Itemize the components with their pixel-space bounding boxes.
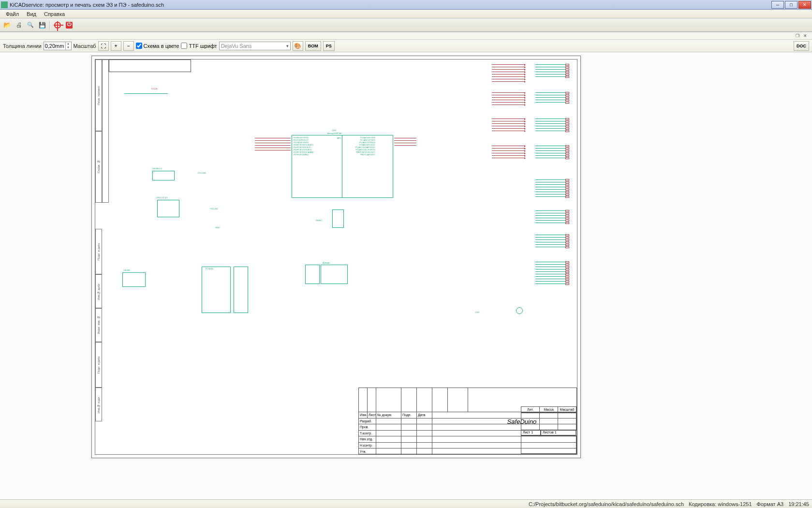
sidebox-perv-primen: Перв. примен. (95, 60, 102, 131)
connector-xp12 (535, 261, 569, 285)
scale-label: Масштаб (74, 43, 96, 49)
regulator1-value: LM7805CV (152, 167, 162, 170)
sidebox-inv-podl: Инв.№ подл. (95, 388, 102, 421)
ft232-value: FT232RL (206, 268, 214, 270)
connector-xp2 (535, 63, 569, 78)
color-scheme-label: Схема в цвете (144, 43, 179, 49)
mdi-frame-controls: ❐ ✕ (0, 32, 812, 40)
sidebox-inv-dubl: Инв.№ дубл. (95, 274, 102, 308)
zoom-in-button[interactable] (111, 41, 121, 51)
line-thickness-label: Толщина линии (3, 43, 42, 49)
mpu-right-pins: PC0/ADC0/PCINT8PC1/ADC1/PCINT9PC2/ADC2/P… (355, 137, 375, 156)
transistor-symbol (516, 307, 523, 314)
print-button[interactable] (14, 20, 24, 30)
folder-open-icon (3, 21, 11, 29)
mdi-close-button[interactable]: ✕ (803, 33, 809, 39)
connector-xp1 (492, 63, 526, 83)
toolbar-separator (49, 20, 50, 30)
reset-block (332, 209, 344, 228)
net-label: VCCUSB (198, 172, 206, 174)
net-label: GND (215, 226, 220, 229)
mdi-restore-button[interactable]: ❐ (796, 33, 801, 39)
window-title: KiCADservice: просмотр и печать схем Э3 … (10, 2, 771, 8)
color-scheme-checkbox[interactable]: Схема в цвете (136, 43, 179, 49)
zoom-out-button[interactable] (123, 41, 134, 51)
ic-adm485-aux (305, 265, 320, 284)
schematic-canvas[interactable]: Перв. примен. Справ. № Подп. и дата Инв.… (0, 52, 812, 499)
corner-box (109, 60, 191, 72)
regulator2-value: LM1117T-3.3 (156, 196, 168, 199)
floppy-icon (39, 22, 46, 29)
spin-up-icon[interactable]: ▲ (65, 42, 71, 46)
sidebox-vzam-inv: Взам. инв. № (95, 308, 102, 342)
doc-button[interactable]: DOC (794, 41, 809, 51)
main-toolbar (0, 18, 812, 32)
connector-xp10 (535, 209, 569, 224)
zoom-in-icon (115, 44, 117, 48)
color-scheme-input[interactable] (136, 43, 142, 49)
printer-icon (16, 21, 22, 29)
ic-adm485 (321, 265, 348, 284)
connector-xp7 (492, 145, 526, 159)
mpu-left-pins: PD0/RXD/PCINT16PD1/TXD/PCINT17PD2/INT0/P… (294, 137, 313, 156)
print-preview-button[interactable] (25, 20, 36, 30)
palette-button[interactable] (293, 41, 303, 51)
connector-xp9 (535, 179, 569, 198)
open-button[interactable] (2, 20, 13, 30)
status-time: 19:21:45 (788, 501, 809, 507)
spin-down-icon[interactable]: ▼ (65, 46, 71, 50)
options-toolbar: Толщина линии ▲▼ Масштаб Схема в цвете T… (0, 40, 812, 52)
ps-button[interactable]: PS (323, 41, 335, 51)
crosshair-icon (54, 22, 61, 29)
menu-file[interactable]: Файл (2, 10, 23, 18)
title-block: Изм. Лист № докум. Подп. Дата Разраб. Пр… (358, 388, 577, 454)
line-thickness-spinner[interactable]: ▲▼ (44, 42, 72, 50)
power-icon (66, 22, 73, 29)
connector-xp11 (535, 234, 569, 248)
sidebox-sprav-no: Справ. № (95, 131, 102, 203)
connector-xp5 (492, 118, 526, 132)
schematic-sheet: Перв. примен. Справ. № Подп. и дата Инв.… (92, 56, 580, 458)
adm485-value: ADM485 (323, 262, 330, 264)
status-bar: C:/Projects/bitbucket.org/safeduino/kica… (0, 499, 812, 508)
zoom-out-icon (127, 44, 130, 48)
menu-view[interactable]: Вид (23, 10, 40, 18)
connector-xp4 (535, 91, 569, 104)
close-button[interactable]: ✕ (798, 1, 811, 9)
ic-ft232-aux (234, 267, 248, 313)
font-combo[interactable]: DejaVu Sans (219, 42, 291, 50)
save-button[interactable] (37, 20, 47, 30)
line-thickness-input[interactable] (44, 43, 65, 49)
status-format: Формат A3 (757, 501, 784, 507)
window-titlebar: KiCADservice: просмотр и печать схем Э3 … (0, 0, 812, 10)
net-label: VCC3V3 (210, 208, 218, 210)
connector-xp8 (535, 145, 569, 159)
net-label: VCCIN (151, 88, 157, 90)
ttf-font-checkbox[interactable]: TTF шрифт (181, 43, 217, 49)
sidebox-blank-upper (102, 60, 109, 203)
mpu-value: Atmega328P-AU (327, 132, 342, 134)
menu-bar: Файл Вид Справка (0, 10, 812, 18)
connector-xp3 (492, 91, 526, 106)
palette-icon (294, 43, 301, 49)
ttf-font-label: TTF шрифт (189, 43, 217, 49)
sidebox-podp-data1: Подп. и дата (95, 229, 102, 274)
quit-button[interactable] (64, 20, 74, 30)
bom-button[interactable]: BOM (305, 41, 321, 51)
sidebox-podp-data2: Подп. и дата (95, 342, 102, 388)
usb-connector (122, 272, 146, 287)
zoom-fit-icon (101, 43, 106, 49)
ttf-font-input[interactable] (181, 43, 187, 49)
zoom-fit-button[interactable] (98, 41, 109, 51)
ic-regulator1 (152, 171, 175, 180)
target-button[interactable] (52, 20, 63, 30)
mpu-ref: DD1 (332, 129, 336, 132)
menu-help[interactable]: Справка (40, 10, 69, 18)
status-path: C:/Projects/bitbucket.org/safeduino/kica… (529, 501, 684, 507)
print-preview-icon (27, 22, 34, 28)
minimize-button[interactable]: ─ (771, 1, 784, 9)
app-icon (1, 1, 8, 8)
maximize-button[interactable]: □ (785, 1, 797, 9)
net-label: RESET (316, 219, 322, 222)
ic-regulator2 (157, 200, 179, 217)
